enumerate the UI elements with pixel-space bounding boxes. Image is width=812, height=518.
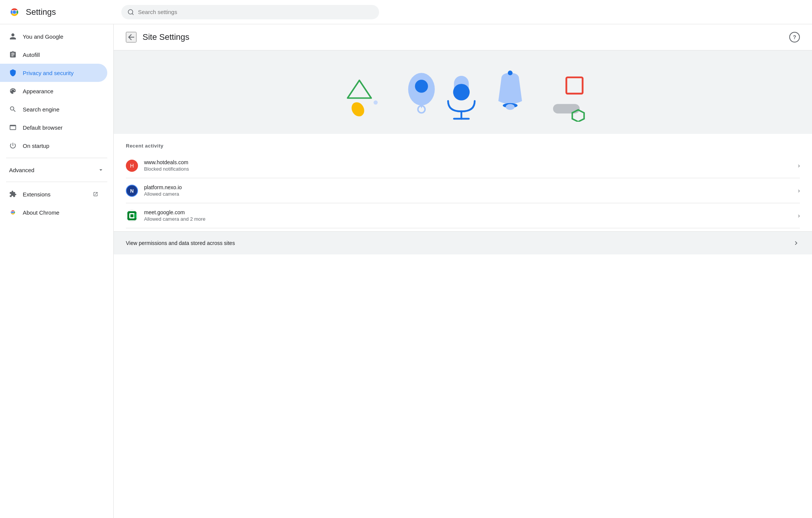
chrome-about-icon — [9, 209, 17, 216]
chevron-right-permissions-icon — [792, 239, 800, 247]
activity-info-meet: meet.google.com Allowed camera and 2 mor… — [144, 209, 798, 222]
page-header: Site Settings ? — [114, 24, 812, 50]
sidebar-item-you-and-google[interactable]: You and Google — [0, 27, 107, 46]
meet-favicon-icon — [127, 210, 137, 221]
svg-point-15 — [453, 84, 470, 100]
chevron-right-hotdeals-icon: › — [798, 162, 800, 169]
sidebar-item-privacy-and-security[interactable]: Privacy and security — [0, 64, 107, 82]
activity-item-nexo[interactable]: N platform.nexo.io Allowed camera › — [126, 178, 800, 203]
sidebar-item-on-startup[interactable]: On startup — [0, 137, 107, 155]
sidebar-label-default-browser: Default browser — [23, 124, 63, 131]
search-input[interactable] — [138, 9, 373, 15]
svg-rect-21 — [553, 104, 580, 113]
sidebar-label-privacy-and-security: Privacy and security — [23, 70, 74, 76]
activity-info-hotdeals: www.hotdeals.com Blocked notifications — [144, 159, 798, 172]
sidebar-label-advanced: Advanced — [9, 167, 34, 173]
power-icon — [9, 142, 17, 149]
sidebar-label-appearance: Appearance — [23, 88, 53, 94]
sidebar-label-search-engine: Search engine — [23, 106, 60, 113]
sidebar-label-extensions: Extensions — [23, 191, 50, 198]
svg-marker-8 — [348, 80, 371, 98]
activity-domain-meet: meet.google.com — [144, 209, 798, 215]
svg-rect-22 — [566, 77, 583, 94]
sidebar-label-autofill: Autofill — [23, 52, 40, 58]
sidebar-item-appearance[interactable]: Appearance — [0, 82, 107, 100]
view-permissions-bar[interactable]: View permissions and data stored across … — [114, 231, 812, 254]
sidebar: You and Google Autofill Privacy and secu… — [0, 24, 114, 518]
favicon-hotdeals: H — [126, 160, 138, 172]
svg-point-12 — [415, 80, 428, 93]
svg-point-9 — [373, 100, 378, 105]
sidebar-label-on-startup: On startup — [23, 143, 49, 149]
sidebar-item-advanced[interactable]: Advanced — [0, 161, 113, 179]
svg-line-4 — [132, 13, 133, 14]
site-settings-illustration — [126, 63, 800, 122]
svg-point-7 — [12, 212, 14, 213]
activity-item-meet[interactable]: meet.google.com Allowed camera and 2 mor… — [126, 203, 800, 228]
browser-icon — [9, 124, 17, 131]
sidebar-label-you-and-google: You and Google — [23, 33, 63, 40]
chrome-logo-icon — [8, 5, 21, 19]
chevron-right-nexo-icon: › — [798, 187, 800, 194]
activity-detail-nexo: Allowed camera — [144, 191, 798, 197]
palette-icon — [9, 87, 17, 95]
logo-area: Settings — [8, 5, 121, 19]
view-permissions-text: View permissions and data stored across … — [126, 240, 235, 246]
svg-point-18 — [508, 71, 513, 75]
activity-detail-hotdeals: Blocked notifications — [144, 166, 798, 172]
svg-text:H: H — [130, 163, 134, 169]
page-title: Site Settings — [143, 32, 190, 42]
puzzle-icon — [9, 190, 17, 198]
nexo-favicon-icon: N — [127, 185, 137, 196]
activity-info-nexo: platform.nexo.io Allowed camera — [144, 184, 798, 197]
help-button[interactable]: ? — [789, 32, 800, 42]
activity-detail-meet: Allowed camera and 2 more — [144, 216, 798, 222]
favicon-nexo: N — [126, 185, 138, 197]
assignment-icon — [9, 51, 17, 58]
sidebar-item-about-chrome[interactable]: About Chrome — [0, 203, 107, 221]
back-button[interactable] — [126, 32, 136, 42]
sidebar-divider-1 — [6, 158, 107, 158]
search-icon — [127, 9, 134, 16]
main-layout: You and Google Autofill Privacy and secu… — [0, 24, 812, 518]
recent-activity-label: Recent activity — [126, 134, 800, 153]
page-header-left: Site Settings — [126, 32, 190, 42]
content-area: Site Settings ? — [114, 24, 812, 518]
chevron-down-icon — [97, 166, 104, 173]
top-bar: Settings — [0, 0, 812, 24]
svg-text:N: N — [130, 188, 133, 194]
search-bar[interactable] — [121, 5, 379, 19]
app-title: Settings — [26, 7, 56, 17]
svg-point-2 — [13, 10, 16, 14]
activity-domain-nexo: platform.nexo.io — [144, 184, 798, 190]
favicon-meet — [126, 210, 138, 222]
external-link-icon — [93, 192, 98, 197]
person-icon — [9, 33, 17, 40]
sidebar-label-about-chrome: About Chrome — [23, 209, 60, 216]
illustration-banner — [114, 50, 812, 134]
sidebar-item-extensions[interactable]: Extensions — [0, 185, 107, 203]
sidebar-item-autofill[interactable]: Autofill — [0, 46, 107, 64]
svg-point-10 — [349, 100, 367, 119]
shield-icon — [9, 69, 17, 77]
recent-activity-section: Recent activity H www.hotdeals.com Block… — [114, 134, 812, 228]
svg-point-20 — [506, 104, 514, 110]
svg-rect-30 — [130, 214, 133, 217]
sidebar-item-default-browser[interactable]: Default browser — [0, 118, 107, 137]
activity-domain-hotdeals: www.hotdeals.com — [144, 159, 798, 165]
chevron-right-meet-icon: › — [798, 212, 800, 219]
sidebar-item-search-engine[interactable]: Search engine — [0, 100, 107, 118]
search-nav-icon — [9, 105, 17, 113]
sidebar-divider-2 — [6, 182, 107, 182]
activity-item-hotdeals[interactable]: H www.hotdeals.com Blocked notifications… — [126, 153, 800, 178]
hotdeals-favicon-icon: H — [127, 160, 137, 171]
